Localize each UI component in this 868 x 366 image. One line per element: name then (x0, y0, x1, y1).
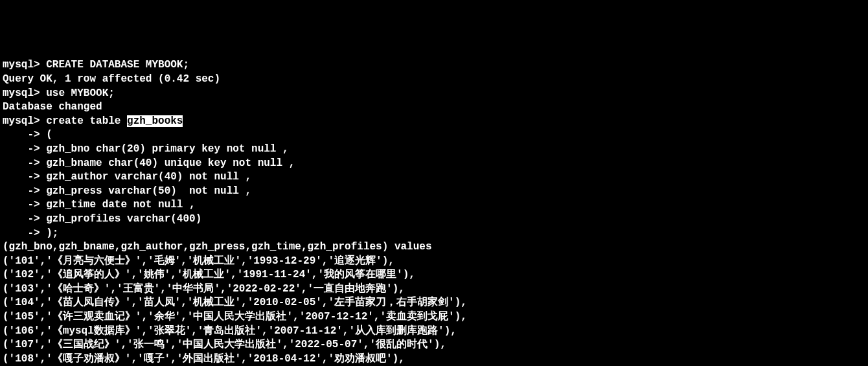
terminal-line: -> gzh_press varchar(50) not null , (3, 185, 865, 199)
terminal-line: (gzh_bno,gzh_bname,gzh_author,gzh_press,… (3, 240, 865, 255)
terminal-line: -> gzh_bname char(40) unique key not nul… (3, 157, 865, 171)
terminal-line: Query OK, 1 row affected (0.42 sec) (3, 73, 865, 87)
highlighted-text: gzh_books (127, 115, 183, 127)
terminal-line: ('104','《苗人凤自传》','苗人凤','机械工业','2010-02-0… (3, 296, 865, 310)
terminal-line: ('103','《哈士奇》','王富贵','中华书局','2022-02-22'… (3, 282, 865, 297)
terminal-line: mysql> CREATE DATABASE MYBOOK; (3, 58, 865, 73)
terminal-line: ('106','《mysql数据库》','张翠花','青岛出版社','2007-… (3, 325, 865, 339)
terminal-line: Database changed (3, 100, 865, 115)
terminal-line: -> gzh_time date not null , (3, 198, 865, 212)
terminal-line: ('101','《月亮与六便士》','毛姆','机械工业','1993-12-2… (3, 255, 865, 269)
terminal-line: -> gzh_bno char(20) primary key not null… (3, 143, 865, 157)
mysql-terminal[interactable]: mysql> CREATE DATABASE MYBOOK;Query OK, … (3, 58, 865, 366)
terminal-line: ('108','《嘎子劝潘叔》','嘎子','外国出版社','2018-04-1… (3, 352, 865, 366)
terminal-line: ('107','《三国战纪》','张一鸣','中国人民大学出版社','2022-… (3, 338, 865, 352)
terminal-line: -> ); (3, 227, 865, 241)
terminal-line: -> ( (3, 128, 865, 143)
terminal-line: -> gzh_profiles varchar(400) (3, 212, 865, 227)
terminal-line: -> gzh_author varchar(40) not null , (3, 170, 865, 185)
terminal-line: ('102','《追风筝的人》','姚伟','机械工业','1991-11-24… (3, 268, 865, 282)
terminal-line: ('105','《许三观卖血记》','余华','中国人民大学出版社','2007… (3, 310, 865, 325)
terminal-line: mysql> create table gzh_books (3, 115, 865, 129)
terminal-line: mysql> use MYBOOK; (3, 87, 865, 101)
